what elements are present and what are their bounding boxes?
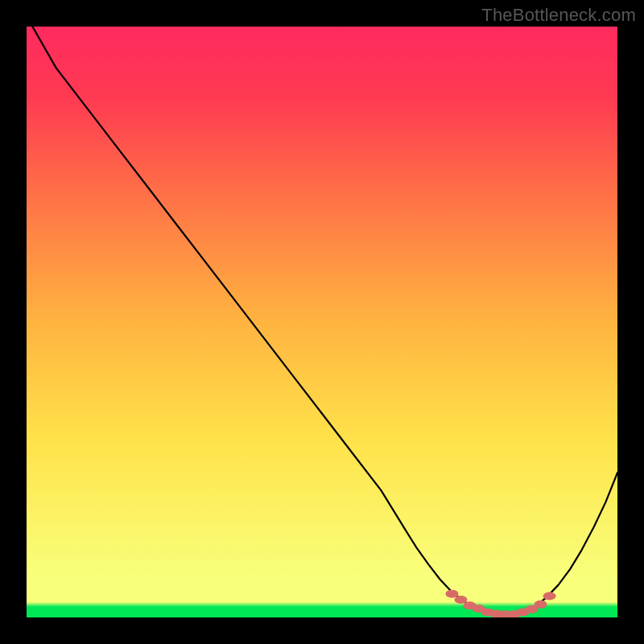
highlight-dot [454, 596, 467, 604]
bottleneck-curve [32, 27, 617, 614]
curve-layer [27, 27, 617, 617]
plot-area [27, 27, 617, 617]
highlight-dot [543, 592, 556, 601]
optimal-range-dots [445, 590, 555, 617]
highlight-dot [535, 601, 547, 609]
chart-canvas: TheBottleneck.com [0, 0, 644, 644]
watermark-text: TheBottleneck.com [481, 5, 636, 26]
highlight-dot [445, 590, 458, 598]
